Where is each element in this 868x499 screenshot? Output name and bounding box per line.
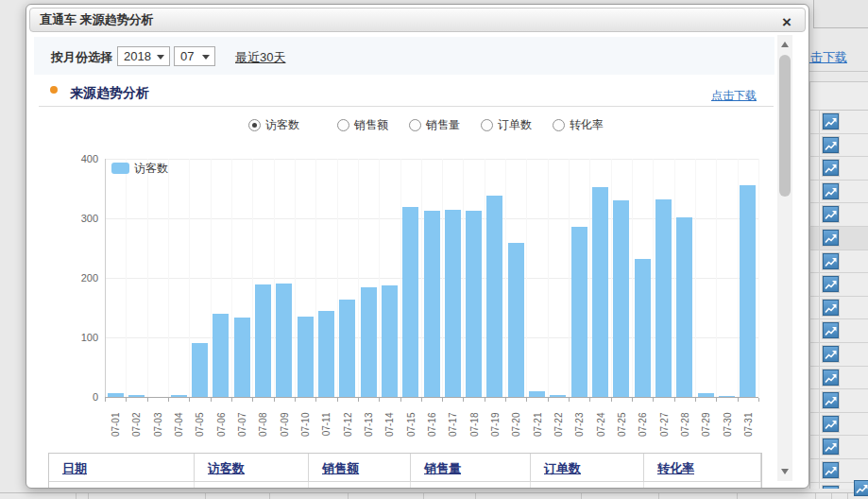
background-table-row xyxy=(809,203,868,227)
scrollbar-down-arrow-icon[interactable] xyxy=(777,464,792,479)
x-axis-label: 07-20 xyxy=(511,413,521,445)
dialog-scrollbar[interactable] xyxy=(777,35,792,481)
section-divider xyxy=(39,106,774,107)
radio-button-icon[interactable] xyxy=(337,119,349,131)
metric-radio-4[interactable]: 转化率 xyxy=(553,117,604,133)
gridline xyxy=(211,159,212,397)
trend-chart-icon[interactable] xyxy=(823,439,839,455)
background-cell-border xyxy=(847,493,848,499)
x-axis-label: 07-21 xyxy=(532,413,542,445)
bar-07-23 xyxy=(571,227,587,397)
trend-data-table: 日期访客数销售额销售量订单数转化率 xyxy=(48,453,762,489)
trend-chart-icon[interactable] xyxy=(823,300,839,316)
bar-07-10 xyxy=(298,317,314,397)
background-cell-border xyxy=(819,250,820,273)
x-axis-label: 07-25 xyxy=(616,413,626,445)
x-axis-label: 07-15 xyxy=(405,413,416,445)
table-header-link[interactable]: 日期 xyxy=(62,461,87,475)
trend-chart-icon[interactable] xyxy=(823,183,839,199)
scrollbar-thumb[interactable] xyxy=(779,55,791,197)
close-icon[interactable]: × xyxy=(782,14,791,30)
x-axis-tick xyxy=(485,398,485,402)
metric-radio-3[interactable]: 订单数 xyxy=(481,117,532,133)
bar-07-14 xyxy=(382,285,398,397)
radio-button-icon[interactable] xyxy=(553,119,565,131)
background-cell-border xyxy=(819,459,820,482)
bar-07-20 xyxy=(508,243,524,397)
gridline xyxy=(758,159,759,397)
radio-button-icon[interactable] xyxy=(409,119,421,131)
gridline xyxy=(548,159,549,397)
table-header-link[interactable]: 销售额 xyxy=(322,461,359,475)
trend-chart-icon[interactable] xyxy=(823,253,839,269)
dialog-title: 直通车 来源趋势分析 xyxy=(40,12,154,26)
table-header-link[interactable]: 转化率 xyxy=(657,461,694,475)
x-axis-label: 07-05 xyxy=(195,413,205,445)
table-empty-cell xyxy=(644,482,761,489)
background-cell-border xyxy=(819,389,820,412)
background-table-row xyxy=(809,181,868,204)
y-axis-tick-label: 300 xyxy=(64,213,98,224)
trend-chart-icon[interactable] xyxy=(823,322,839,338)
x-axis-tick xyxy=(695,398,696,402)
gridline xyxy=(611,159,612,397)
bar-07-06 xyxy=(213,314,229,397)
x-axis-tick xyxy=(168,398,169,402)
x-axis-tick xyxy=(105,398,106,402)
table-header-4: 订单数 xyxy=(531,454,644,482)
bar-07-08 xyxy=(255,284,271,397)
trend-chart-icon[interactable] xyxy=(823,137,839,153)
radio-button-icon[interactable] xyxy=(481,119,493,131)
trend-chart-icon[interactable] xyxy=(823,230,839,246)
x-axis-tick xyxy=(126,398,127,402)
trend-chart-icon[interactable] xyxy=(823,276,839,292)
bar-07-18 xyxy=(466,211,482,397)
gridline xyxy=(105,337,758,338)
trend-chart-icon[interactable] xyxy=(823,416,839,432)
recent-30-days-link[interactable]: 最近30天 xyxy=(235,49,285,66)
trend-chart-icon[interactable] xyxy=(854,480,868,496)
trend-chart-icon[interactable] xyxy=(823,392,839,408)
gridline xyxy=(569,159,570,397)
trend-chart-icon[interactable] xyxy=(823,370,839,386)
trend-chart-icon[interactable] xyxy=(823,206,839,222)
background-row-border xyxy=(0,492,868,493)
bar-07-30 xyxy=(719,396,735,397)
trend-chart-icon[interactable] xyxy=(823,160,839,176)
dialog-titlebar[interactable]: 直通车 来源趋势分析 × xyxy=(29,8,806,32)
background-cell-border xyxy=(815,493,816,499)
metric-radio-0[interactable]: 访客数 xyxy=(248,117,299,133)
background-table-row xyxy=(809,459,868,483)
table-header-link[interactable]: 访客数 xyxy=(208,461,245,475)
x-axis-tick xyxy=(274,398,275,402)
x-axis-label: 07-17 xyxy=(448,413,458,445)
metric-radio-2[interactable]: 销售量 xyxy=(409,117,460,133)
legend-label: 访客数 xyxy=(134,161,168,177)
background-table-row xyxy=(809,157,868,181)
radio-button-icon[interactable] xyxy=(248,119,261,131)
background-toolbar-cell xyxy=(813,0,868,28)
table-header-link[interactable]: 订单数 xyxy=(544,461,581,475)
gridline xyxy=(126,159,127,397)
trend-chart-icon[interactable] xyxy=(823,113,839,129)
background-cell-border xyxy=(819,134,820,157)
bar-07-15 xyxy=(402,207,418,397)
table-empty-cell xyxy=(309,482,411,489)
trend-chart-icon[interactable] xyxy=(823,462,839,478)
gridline xyxy=(485,159,485,397)
background-cell-border xyxy=(88,493,89,499)
table-header-link[interactable]: 销售量 xyxy=(424,461,461,475)
scrollbar-up-arrow-icon[interactable] xyxy=(777,37,792,52)
x-axis-label: 07-28 xyxy=(679,413,689,445)
bar-07-13 xyxy=(361,287,377,397)
background-table-row xyxy=(809,134,868,158)
metric-radio-1[interactable]: 销售额 xyxy=(337,117,388,133)
gridline xyxy=(105,159,106,397)
trend-chart-icon[interactable] xyxy=(823,346,839,362)
download-link[interactable]: 点击下载 xyxy=(711,88,757,104)
y-axis-tick-label: 400 xyxy=(64,153,98,164)
x-axis-tick xyxy=(379,398,380,402)
background-cell-border xyxy=(819,111,820,133)
month-select[interactable]: 07 xyxy=(174,46,215,66)
year-select[interactable]: 2018 xyxy=(117,46,170,66)
